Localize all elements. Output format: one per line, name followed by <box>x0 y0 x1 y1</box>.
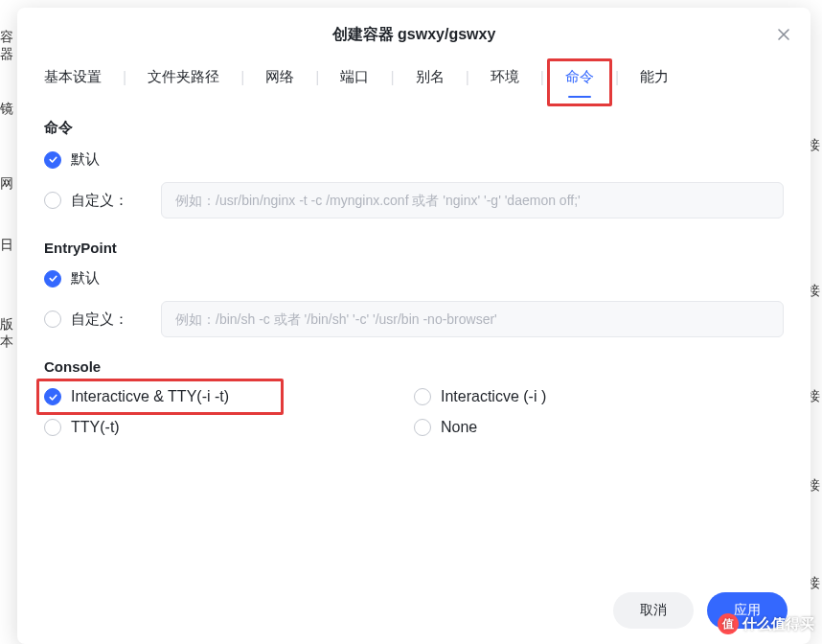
command-custom-row: 自定义： <box>44 182 784 218</box>
radio-command-default[interactable] <box>44 151 61 169</box>
section-console-title: Console <box>44 358 784 375</box>
tab-alias[interactable]: 别名 <box>412 68 448 86</box>
command-custom-input[interactable] <box>161 182 784 218</box>
radio-console-it[interactable] <box>44 388 61 405</box>
bg-label: 版本 <box>0 316 19 351</box>
console-options: Interacticve & TTY(-i -t) Interacticve (… <box>44 388 784 436</box>
console-opt-none: None <box>414 419 784 436</box>
modal-title: 创建容器 gswxy/gswxy <box>332 25 496 45</box>
bg-label: 网 <box>0 175 19 193</box>
entrypoint-custom-input[interactable] <box>161 301 784 337</box>
tab-ports[interactable]: 端口 <box>336 68 373 86</box>
tab-folders[interactable]: 文件夹路径 <box>144 68 223 86</box>
console-none-label: None <box>441 419 477 436</box>
entrypoint-default-row: 默认 <box>44 269 784 288</box>
modal-body: 命令 默认 自定义： EntryPoint 默认 自定义： <box>17 100 811 579</box>
section-command-title: 命令 <box>44 119 784 137</box>
radio-command-custom[interactable] <box>44 192 61 209</box>
entrypoint-custom-row: 自定义： <box>44 301 784 337</box>
close-button[interactable] <box>774 25 793 44</box>
bg-label: 容器 <box>0 29 19 63</box>
radio-console-none[interactable] <box>414 419 431 436</box>
tab-env[interactable]: 环境 <box>487 68 523 86</box>
console-it-label: Interacticve & TTY(-i -t) <box>71 388 229 405</box>
tabs: 基本设置| 文件夹路径| 网络| 端口| 别名| 环境| 命令| 能力 <box>17 58 811 100</box>
check-icon <box>48 154 58 165</box>
console-opt-t: TTY(-t) <box>44 419 414 436</box>
entrypoint-default-label: 默认 <box>71 269 100 288</box>
console-i-label: Interacticve (-i ) <box>441 388 546 405</box>
modal-footer: 取消 应用 <box>17 579 811 644</box>
console-opt-it: Interacticve & TTY(-i -t) <box>44 388 414 405</box>
command-default-row: 默认 <box>44 150 784 169</box>
modal-header: 创建容器 gswxy/gswxy <box>17 8 811 58</box>
command-default-label: 默认 <box>71 150 100 169</box>
bg-label: 日 <box>0 237 19 254</box>
console-opt-i: Interacticve (-i ) <box>414 388 784 405</box>
tab-basic[interactable]: 基本设置 <box>40 68 105 86</box>
radio-entrypoint-default[interactable] <box>44 270 61 288</box>
command-custom-label: 自定义： <box>71 192 128 210</box>
radio-console-t[interactable] <box>44 419 61 436</box>
tabs-container: 基本设置| 文件夹路径| 网络| 端口| 别名| 环境| 命令| 能力 <box>17 58 811 100</box>
console-t-label: TTY(-t) <box>71 419 120 436</box>
close-icon <box>776 27 791 42</box>
create-container-modal: 创建容器 gswxy/gswxy 基本设置| 文件夹路径| 网络| 端口| 别名… <box>17 8 811 644</box>
confirm-button[interactable]: 应用 <box>707 592 788 629</box>
tab-capabilities[interactable]: 能力 <box>636 68 673 86</box>
tab-command[interactable]: 命令 <box>561 68 598 86</box>
entrypoint-custom-label: 自定义： <box>71 310 128 329</box>
cancel-button[interactable]: 取消 <box>613 592 694 629</box>
check-icon <box>48 273 58 284</box>
section-entrypoint-title: EntryPoint <box>44 240 784 256</box>
radio-entrypoint-custom[interactable] <box>44 310 61 328</box>
tab-network[interactable]: 网络 <box>262 68 298 86</box>
radio-console-i[interactable] <box>414 388 431 405</box>
check-icon <box>48 392 58 402</box>
bg-label: 镜 <box>0 101 19 118</box>
